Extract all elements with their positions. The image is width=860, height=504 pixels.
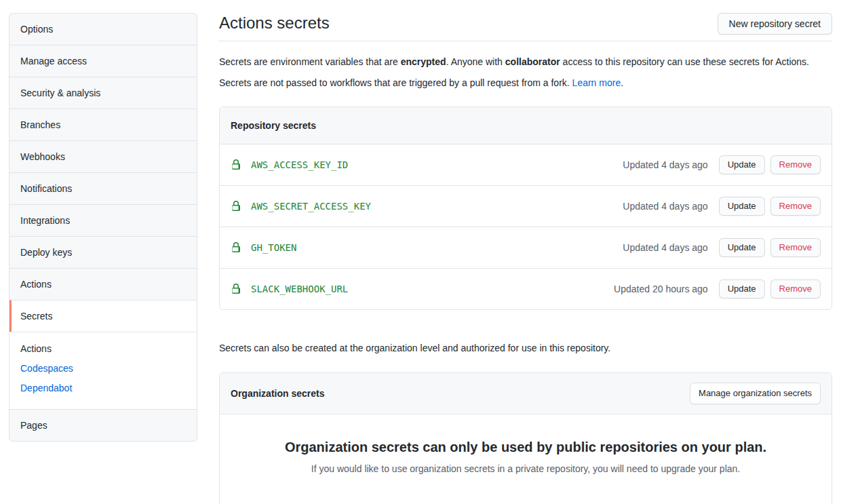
blankslate-text: If you would like to use organization se… [247, 462, 804, 476]
repository-secrets-box: Repository secrets AWS_ACCESS_KEY_ID Upd… [219, 106, 832, 310]
update-secret-button[interactable]: Update [719, 238, 765, 257]
description-line-2: Secrets are not passed to workflows that… [219, 76, 832, 90]
subnav-item-codespaces[interactable]: Codespaces [20, 359, 186, 379]
secret-name: AWS_ACCESS_KEY_ID [251, 159, 348, 170]
organization-secrets-box: Organization secrets Manage organization… [219, 372, 832, 504]
secret-row: AWS_SECRET_ACCESS_KEY Updated 4 days ago… [220, 185, 832, 227]
sidebar-item-options[interactable]: Options [9, 14, 197, 45]
subnav-item-dependabot[interactable]: Dependabot [20, 379, 186, 398]
organization-secrets-header: Organization secrets Manage organization… [220, 373, 832, 414]
update-secret-button[interactable]: Update [719, 279, 765, 298]
sidebar-item-secrets[interactable]: Secrets [9, 300, 197, 332]
lock-icon [231, 284, 241, 294]
secrets-subnav: Actions Codespaces Dependabot [9, 332, 197, 409]
repository-secrets-header: Repository secrets [220, 107, 832, 144]
organization-secrets-note: Secrets can also be created at the organ… [219, 341, 832, 355]
sidebar-item-manage-access[interactable]: Manage access [9, 45, 197, 77]
remove-secret-button[interactable]: Remove [770, 238, 821, 257]
remove-secret-button[interactable]: Remove [770, 155, 821, 174]
manage-organization-secrets-button[interactable]: Manage organization secrets [690, 383, 821, 404]
secret-updated: Updated 4 days ago [623, 159, 707, 170]
remove-secret-button[interactable]: Remove [770, 279, 821, 298]
organization-secrets-blankslate: Organization secrets can only be used by… [220, 414, 832, 504]
description-line-1: Secrets are environment variables that a… [219, 55, 832, 69]
settings-sidebar: Options Manage access Security & analysi… [9, 13, 197, 442]
secret-row: SLACK_WEBHOOK_URL Updated 20 hours ago U… [220, 268, 832, 309]
repository-secrets-list: AWS_ACCESS_KEY_ID Updated 4 days ago Upd… [220, 144, 832, 309]
blankslate-heading: Organization secrets can only be used by… [247, 439, 804, 456]
sidebar-item-deploy-keys[interactable]: Deploy keys [9, 236, 197, 268]
secret-row: AWS_ACCESS_KEY_ID Updated 4 days ago Upd… [220, 144, 832, 185]
secret-name: AWS_SECRET_ACCESS_KEY [251, 201, 371, 212]
remove-secret-button[interactable]: Remove [770, 197, 821, 216]
sidebar-item-security-analysis[interactable]: Security & analysis [9, 77, 197, 109]
secret-updated: Updated 4 days ago [623, 201, 707, 212]
lock-icon [231, 159, 241, 170]
sidebar-item-actions[interactable]: Actions [9, 268, 197, 300]
settings-page: Options Manage access Security & analysi… [0, 0, 860, 504]
lock-icon [231, 201, 241, 212]
secret-updated: Updated 20 hours ago [614, 284, 708, 294]
learn-more-link[interactable]: Learn more [572, 77, 621, 88]
sidebar-item-pages[interactable]: Pages [9, 409, 197, 441]
update-secret-button[interactable]: Update [719, 155, 765, 174]
secret-name: GH_TOKEN [251, 242, 296, 253]
actions-secrets-main: Actions secrets New repository secret Se… [219, 13, 832, 504]
sidebar-item-webhooks[interactable]: Webhooks [9, 140, 197, 172]
secret-updated: Updated 4 days ago [623, 242, 707, 253]
secrets-description: Secrets are environment variables that a… [219, 55, 832, 90]
new-repository-secret-button[interactable]: New repository secret [718, 13, 832, 35]
secret-row: GH_TOKEN Updated 4 days ago Update Remov… [220, 227, 832, 268]
update-secret-button[interactable]: Update [719, 197, 765, 216]
page-title: Actions secrets [219, 13, 330, 33]
sidebar-item-integrations[interactable]: Integrations [9, 204, 197, 236]
subnav-item-actions[interactable]: Actions [20, 339, 186, 359]
lock-icon [231, 242, 241, 253]
sidebar-item-notifications[interactable]: Notifications [9, 172, 197, 204]
secret-name: SLACK_WEBHOOK_URL [251, 284, 348, 294]
page-header: Actions secrets New repository secret [219, 13, 832, 41]
organization-secrets-title: Organization secrets [231, 387, 325, 400]
sidebar-item-branches[interactable]: Branches [9, 109, 197, 140]
repository-secrets-title: Repository secrets [231, 119, 316, 132]
